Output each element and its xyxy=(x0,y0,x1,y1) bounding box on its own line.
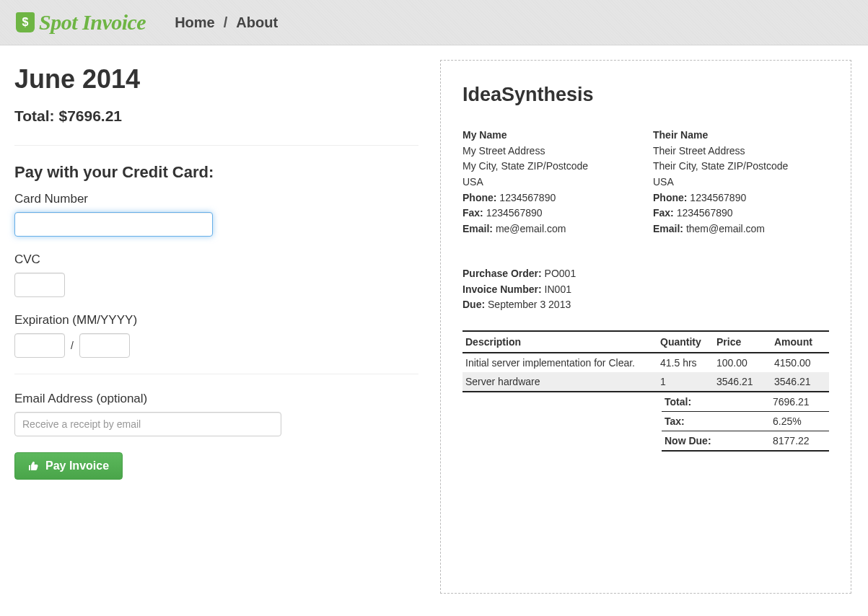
nav-links: Home / About xyxy=(175,14,278,31)
top-nav: $ Spot Invoice Home / About xyxy=(0,0,868,45)
email-label: Email Address (optional) xyxy=(14,392,418,406)
nav-home[interactable]: Home xyxy=(175,14,215,31)
col-description: Description xyxy=(463,331,657,353)
logo[interactable]: $ Spot Invoice xyxy=(16,10,146,35)
cvc-input[interactable] xyxy=(14,273,65,297)
email-input[interactable] xyxy=(14,412,281,436)
invoice-preview: IdeaSynthesis My Name My Street Address … xyxy=(440,60,851,594)
pay-heading: Pay with your Credit Card: xyxy=(14,163,418,182)
col-price: Price xyxy=(714,331,771,353)
line-items-table: Description Quantity Price Amount Initia… xyxy=(463,330,829,392)
table-row: Initial server implementation for Clear.… xyxy=(463,353,829,372)
nav-separator: / xyxy=(224,14,228,31)
divider xyxy=(14,145,418,146)
logo-mark-icon: $ xyxy=(16,12,35,32)
card-number-label: Card Number xyxy=(14,192,418,206)
page-title: June 2014 xyxy=(14,64,418,94)
thumbs-up-icon xyxy=(28,460,40,472)
company-name: IdeaSynthesis xyxy=(463,84,829,106)
pay-invoice-button[interactable]: Pay Invoice xyxy=(14,452,123,480)
exp-month-input[interactable] xyxy=(14,333,65,358)
expiration-label: Expiration (MM/YYYY) xyxy=(14,313,418,327)
invoice-meta: Purchase Order: PO001 Invoice Number: IN… xyxy=(463,266,829,313)
card-number-input[interactable] xyxy=(14,212,213,237)
nav-about[interactable]: About xyxy=(236,14,278,31)
to-address: Their Name Their Street Address Their Ci… xyxy=(653,128,829,237)
exp-separator: / xyxy=(71,340,74,351)
divider xyxy=(14,374,418,374)
table-row: Server hardware 1 3546.21 3546.21 xyxy=(463,372,829,392)
total-line: Total: $7696.21 xyxy=(14,107,418,125)
totals-table: Total:7696.21 Tax:6.25% Now Due:8177.22 xyxy=(662,392,829,452)
payment-panel: June 2014 Total: $7696.21 Pay with your … xyxy=(14,60,418,594)
col-quantity: Quantity xyxy=(657,331,714,353)
logo-text: Spot Invoice xyxy=(39,10,146,35)
from-address: My Name My Street Address My City, State… xyxy=(463,128,639,237)
exp-year-input[interactable] xyxy=(79,333,130,358)
col-amount: Amount xyxy=(771,331,829,353)
cvc-label: CVC xyxy=(14,252,418,267)
